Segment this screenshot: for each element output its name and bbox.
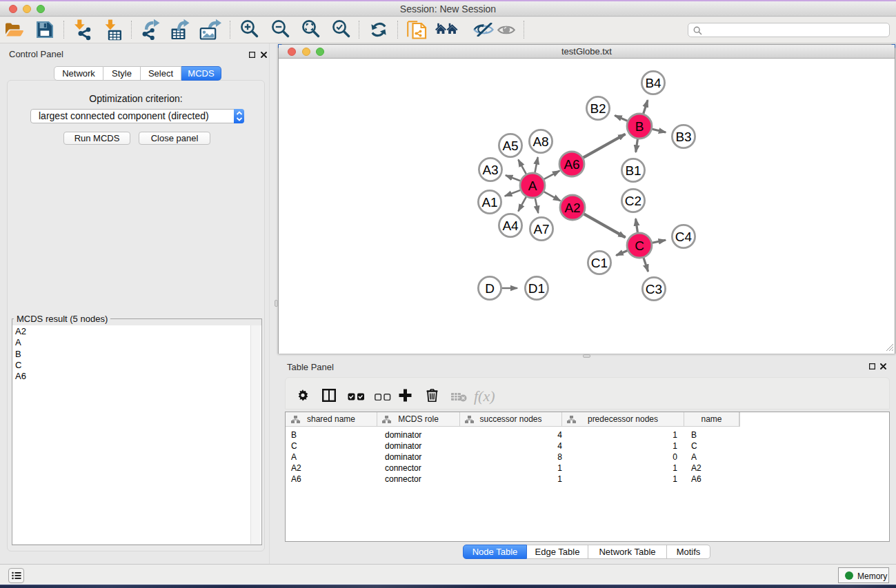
- svg-text:B1: B1: [625, 163, 641, 178]
- svg-text:C3: C3: [646, 282, 662, 296]
- svg-text:C1: C1: [591, 256, 608, 270]
- svg-text:A4: A4: [502, 219, 519, 233]
- svg-text:D: D: [485, 281, 495, 296]
- svg-text:B2: B2: [590, 101, 606, 116]
- svg-text:B3: B3: [675, 130, 691, 144]
- svg-text:C: C: [635, 239, 644, 253]
- svg-text:B4: B4: [645, 76, 661, 90]
- svg-text:A8: A8: [532, 134, 548, 149]
- svg-text:A5: A5: [502, 139, 518, 153]
- svg-text:A3: A3: [482, 163, 498, 177]
- svg-text:C2: C2: [625, 194, 641, 208]
- svg-text:C4: C4: [675, 230, 693, 244]
- svg-text:A7: A7: [533, 222, 549, 236]
- svg-text:B: B: [635, 119, 644, 134]
- svg-text:A1: A1: [481, 195, 497, 210]
- svg-text:A2: A2: [564, 201, 580, 215]
- svg-text:A6: A6: [564, 157, 579, 172]
- svg-text:A: A: [528, 179, 537, 193]
- svg-text:D1: D1: [528, 281, 545, 296]
